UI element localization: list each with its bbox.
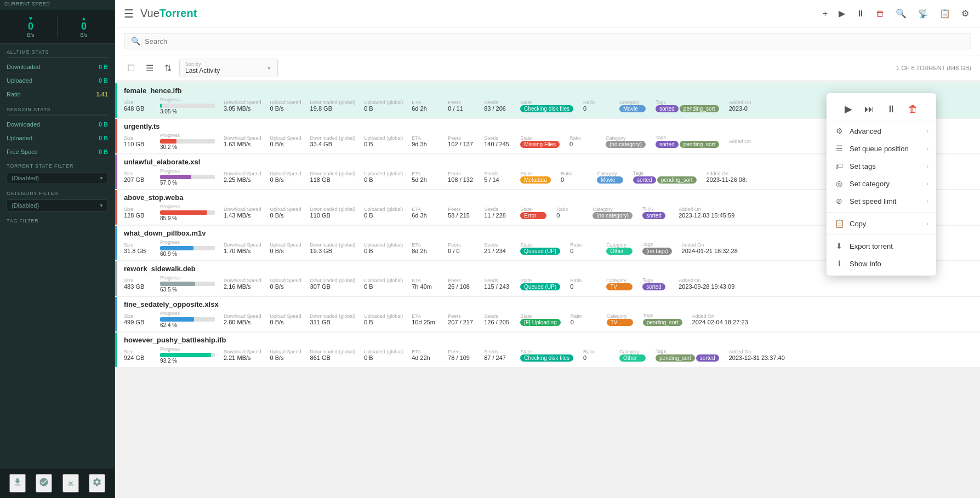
ctx-copy-label: Copy bbox=[850, 220, 866, 228]
torrent-category-col: Category Other bbox=[619, 349, 647, 362]
torrent-item[interactable]: fine_sedately_opposite.xlsx Size 499 GB … bbox=[115, 297, 980, 331]
ctx-advanced-label: Advanced bbox=[850, 127, 881, 135]
ctx-set-category-item[interactable]: ◎ Set category › bbox=[827, 175, 936, 192]
ctx-set-tags-item[interactable]: 🏷 Set tags › bbox=[827, 157, 936, 175]
torrent-size-col: Size 499 GB bbox=[124, 313, 151, 325]
queue-chevron-icon: › bbox=[927, 146, 928, 152]
sort-dropdown[interactable]: Sort by Last Activity ▼ bbox=[179, 59, 278, 77]
torrent-category-col: Category Movie bbox=[619, 100, 647, 112]
torrent-added-col: Added On 2024-02-04 18:27:23 bbox=[692, 313, 748, 325]
tag-filter-label: TAG FILTER bbox=[7, 218, 39, 224]
bottom-icon-bar bbox=[0, 468, 115, 498]
settings-button[interactable] bbox=[89, 474, 105, 493]
torrent-size-col: Size 924 GB bbox=[124, 349, 151, 361]
ctx-set-queue-label: Set queue position bbox=[850, 145, 909, 153]
speed-chevron-icon: › bbox=[927, 198, 928, 204]
torrent-downloaded-col: Downloaded (global) 118 GB bbox=[310, 171, 356, 183]
current-speed-label: CURRENT SPEED bbox=[0, 0, 115, 10]
torrent-size-col: Size 648 GB bbox=[124, 100, 151, 112]
ctx-set-speed-label: Set speed limit bbox=[850, 197, 896, 205]
state-badge: Queued (UP) bbox=[520, 283, 560, 290]
ctx-fast-forward-button[interactable]: ⏭ bbox=[862, 101, 876, 117]
tags-container: sortedpending_sort bbox=[656, 105, 720, 112]
ctx-advanced-item[interactable]: ⚙ Advanced › bbox=[827, 122, 936, 140]
settings-topbar-button[interactable]: ⚙ bbox=[959, 6, 971, 21]
ctx-delete-button[interactable]: 🗑 bbox=[906, 101, 920, 117]
tag-badge: pending_sort bbox=[657, 176, 697, 184]
torrent-uploaded-col: Uploaded (global) 0 B bbox=[364, 171, 403, 183]
context-menu: ▶ ⏭ ⏸ 🗑 ⚙ Advanced › ☰ Set queue positio… bbox=[827, 93, 936, 276]
ratio-label: Ratio bbox=[7, 91, 21, 98]
list-view-button[interactable]: ☰ bbox=[143, 61, 157, 76]
delete-button[interactable]: 🗑 bbox=[874, 7, 887, 21]
torrent-name: above_stop.weba bbox=[124, 193, 183, 202]
torrent-uploaded-col: Uploaded (global) 0 B bbox=[364, 135, 403, 147]
ctx-set-queue-item[interactable]: ☰ Set queue position › bbox=[827, 140, 936, 157]
copy-chevron-icon: › bbox=[927, 221, 928, 227]
ctx-pause-button[interactable]: ⏸ bbox=[884, 101, 898, 117]
category-filter-select[interactable]: (Disabled) bbox=[7, 199, 108, 211]
search-input[interactable] bbox=[145, 37, 964, 45]
ctx-play-button[interactable]: ▶ bbox=[842, 101, 854, 117]
torrent-tags-col: Tags sortedpending_sort bbox=[656, 135, 720, 148]
torrent-state-filter: TORRENT STATE FILTER (Disabled) bbox=[0, 159, 115, 186]
sort-value: Last Activity bbox=[185, 67, 220, 75]
zoom-button[interactable]: 🔍 bbox=[893, 6, 909, 21]
ctx-export-item[interactable]: ⬇ Export torrent bbox=[827, 237, 936, 255]
torrent-ratio-col: Ratio 0 bbox=[556, 207, 584, 219]
torrent-added-col: Added On 2024-01-21 18:32:28 bbox=[682, 242, 738, 254]
speed-icon: ⊘ bbox=[834, 197, 844, 205]
tags-icon: 🏷 bbox=[834, 162, 844, 170]
clipboard-button[interactable]: 📋 bbox=[937, 6, 953, 21]
add-button[interactable]: + bbox=[821, 7, 830, 21]
download-button[interactable] bbox=[62, 474, 79, 493]
torrent-progress-col: Progress 62.4 % bbox=[160, 311, 215, 328]
select-all-button[interactable]: ☐ bbox=[124, 61, 138, 76]
torrent-seeds-col: Seeds 5 / 14 bbox=[484, 171, 511, 183]
torrent-name: female_hence.ifb bbox=[124, 87, 182, 95]
torrent-tags-col: Tags sortedpending_sort bbox=[633, 170, 698, 184]
torrent-downloaded-col: Downloaded (global) 311 GB bbox=[310, 313, 356, 325]
torrent-size-col: Size 31.8 GB bbox=[124, 242, 151, 254]
queue-icon: ☰ bbox=[834, 144, 844, 153]
torrent-ul-speed-col: Upload Speed 0 B/s bbox=[270, 207, 301, 219]
tags-container: sorted bbox=[642, 211, 670, 219]
torrent-name: fine_sedately_opposite.xlsx bbox=[124, 300, 219, 308]
free-space-label: Free Space bbox=[7, 148, 38, 155]
torrent-seeds-col: Seeds 126 / 205 bbox=[484, 313, 511, 325]
add-torrent-button[interactable] bbox=[9, 474, 26, 493]
torrent-peers-col: Peers 108 / 132 bbox=[448, 171, 475, 183]
tag-badge: sorted bbox=[642, 283, 665, 290]
advanced-icon: ⚙ bbox=[834, 127, 844, 135]
torrent-state-filter-select[interactable]: (Disabled) bbox=[7, 172, 108, 184]
torrent-seeds-col: Seeds 115 / 243 bbox=[484, 278, 511, 290]
alltime-downloaded-label: Downloaded bbox=[7, 64, 40, 70]
torrent-peers-col: Peers 0 / 11 bbox=[448, 100, 475, 112]
torrent-ul-speed-col: Upload Speed 0 B/s bbox=[270, 242, 301, 254]
category-badge: Other bbox=[619, 354, 646, 362]
torrent-item[interactable]: however_pushy_battleship.ifb Size 924 GB… bbox=[115, 333, 980, 367]
compact-view-button[interactable]: ⇅ bbox=[161, 61, 175, 76]
category-badge: Movie bbox=[597, 176, 623, 184]
torrent-header: however_pushy_battleship.ifb bbox=[117, 333, 980, 345]
torrent-dl-speed-col: Download Speed 2.80 MB/s bbox=[224, 313, 261, 325]
torrent-state-col: State Queued (UP) bbox=[520, 278, 561, 290]
ctx-set-speed-item[interactable]: ⊘ Set speed limit › bbox=[827, 192, 936, 210]
torrent-size-col: Size 483 GB bbox=[124, 278, 151, 290]
play-button[interactable]: ▶ bbox=[836, 6, 847, 21]
tag-badge: pending_sort bbox=[643, 319, 682, 326]
searchbar: 🔍 bbox=[115, 27, 980, 55]
check-button[interactable] bbox=[36, 474, 52, 493]
torrent-uploaded-col: Uploaded (global) 0 B bbox=[364, 242, 403, 254]
ctx-show-info-item[interactable]: ℹ Show Info bbox=[827, 255, 936, 272]
menu-icon[interactable]: ☰ bbox=[124, 7, 134, 20]
tag-badge: (no tags) bbox=[642, 248, 671, 255]
pause-button[interactable]: ⏸ bbox=[854, 7, 867, 21]
session-uploaded-row: Uploaded 0 B bbox=[0, 131, 115, 145]
torrent-dl-speed-col: Download Speed 2.21 MB/s bbox=[224, 349, 261, 361]
ctx-set-category-label: Set category bbox=[850, 180, 890, 188]
rss-button[interactable]: 📡 bbox=[915, 6, 931, 21]
torrent-ul-speed-col: Upload Speed 0 B/s bbox=[270, 313, 301, 325]
ctx-copy-item[interactable]: 📋 Copy › bbox=[827, 215, 936, 232]
torrent-progress-col: Progress 63.5 % bbox=[160, 275, 215, 293]
